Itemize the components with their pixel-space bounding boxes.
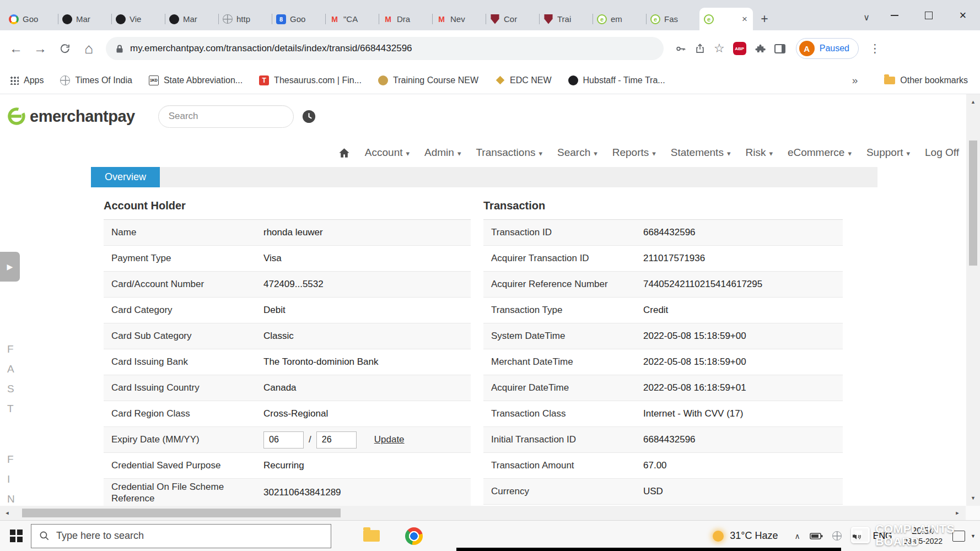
table-row: Initial Transaction ID6684432596 — [483, 427, 843, 453]
other-bookmarks[interactable]: Other bookmarks — [884, 75, 968, 85]
file-explorer-icon[interactable] — [363, 530, 380, 542]
browser-menu-icon[interactable] — [867, 42, 883, 55]
password-key-icon[interactable] — [675, 43, 686, 55]
profile-chip[interactable]: A Paused — [796, 38, 859, 59]
bookmark-label: Hubstaff - Time Tra... — [583, 75, 665, 85]
apps-shortcut[interactable]: Apps — [10, 75, 44, 85]
side-panel-icon[interactable] — [774, 44, 785, 53]
nav-home-icon[interactable] — [338, 148, 350, 158]
battery-icon[interactable] — [810, 532, 823, 540]
logo-text: emerchantpay — [30, 107, 135, 126]
nav-admin[interactable]: Admin — [424, 147, 461, 159]
browser-tab[interactable]: Trai — [539, 8, 593, 30]
browser-tab[interactable]: Mar — [58, 8, 111, 30]
bookmark-star-icon[interactable] — [714, 41, 725, 56]
adblock-extension-icon[interactable]: ABP — [733, 42, 746, 55]
horizontal-scrollbar-thumb[interactable] — [22, 509, 341, 517]
emerchantpay-logo[interactable]: emerchantpay — [7, 106, 135, 126]
address-bar[interactable] — [106, 37, 664, 60]
bookmark-item[interactable]: Times Of India — [60, 75, 132, 85]
bookmarks-overflow-chevron[interactable]: » — [852, 74, 858, 87]
scroll-up-icon[interactable] — [966, 95, 980, 109]
browser-tab[interactable]: Fas — [646, 8, 699, 30]
vertical-scrollbar[interactable] — [966, 94, 980, 506]
row-label: Card/Account Number — [104, 276, 263, 292]
back-button[interactable] — [6, 38, 26, 59]
weather-widget[interactable]: 31°C Haze — [713, 530, 778, 542]
app-search-box[interactable] — [158, 105, 294, 128]
browser-tab[interactable]: Nev — [432, 8, 486, 30]
row-value: 302110643841289 — [263, 487, 471, 498]
tab-close-icon[interactable]: × — [741, 14, 749, 24]
nav-search[interactable]: Search — [557, 147, 597, 159]
taskbar-search[interactable]: Type here to search — [31, 524, 331, 548]
watermark-line1: COMPLAINTS — [875, 522, 955, 535]
side-panel-toggle[interactable] — [0, 252, 20, 282]
bookmark-item[interactable]: Training Course NEW — [378, 75, 478, 85]
lock-icon[interactable] — [116, 44, 123, 53]
browser-tab[interactable]: Goo — [4, 8, 58, 30]
maximize-button[interactable] — [912, 3, 946, 28]
table-row: Acquirer Reference Number744052421102154… — [483, 272, 843, 298]
share-icon[interactable] — [694, 43, 706, 54]
tab-label: Goo — [290, 14, 321, 24]
app-search-input[interactable] — [169, 111, 283, 122]
search-history-icon[interactable] — [301, 109, 316, 124]
bookmark-item[interactable]: Hubstaff - Time Tra... — [568, 75, 665, 85]
browser-tab[interactable]: Cor — [486, 8, 539, 30]
new-tab-button[interactable] — [756, 10, 773, 27]
scroll-right-icon[interactable] — [950, 506, 965, 520]
taskbar-scroll-down-icon[interactable] — [971, 533, 976, 539]
nav-support[interactable]: Support — [866, 147, 910, 159]
bookmark-list: Times Of IndiaState Abbreviation...Thesa… — [60, 75, 665, 85]
browser-tab[interactable]: Goo — [272, 8, 325, 30]
browser-tab[interactable]: "CA — [325, 8, 379, 30]
home-button[interactable] — [78, 38, 99, 59]
close-window-button[interactable] — [946, 3, 980, 28]
tab-bar-strip: Overview — [91, 167, 877, 187]
chrome-icon[interactable] — [405, 527, 423, 545]
minimize-button[interactable] — [877, 3, 912, 28]
browser-tab[interactable]: http — [218, 8, 272, 30]
browser-tab[interactable]: × — [699, 8, 753, 30]
nav-risk[interactable]: Risk — [745, 147, 772, 159]
expiry-month-input[interactable] — [263, 431, 304, 449]
update-expiry-link[interactable]: Update — [374, 434, 405, 445]
browser-tab[interactable]: em — [593, 8, 646, 30]
network-icon[interactable] — [832, 531, 842, 541]
scroll-down-icon[interactable] — [966, 491, 980, 505]
globe-favicon — [223, 14, 233, 24]
tab-search-chevron-icon[interactable] — [855, 6, 877, 28]
reload-button[interactable] — [54, 38, 75, 59]
row-value: 2022-05-08 16:18:59+01 — [643, 382, 843, 393]
bookmark-item[interactable]: State Abbreviation... — [149, 75, 243, 85]
windows-taskbar: Type here to search 31°C Haze ENG 20:54 … — [0, 520, 980, 551]
horizontal-scrollbar[interactable] — [0, 506, 980, 520]
scroll-left-icon[interactable] — [0, 506, 14, 520]
row-value: Internet - With CVV (17) — [643, 408, 843, 419]
screen: GooMarVieMarhttpGoo"CADraNevCorTraiemFas… — [0, 0, 980, 551]
tab-overview[interactable]: Overview — [91, 167, 160, 187]
browser-tab[interactable]: Mar — [165, 8, 218, 30]
expiry-year-input[interactable] — [316, 431, 357, 449]
extensions-puzzle-icon[interactable] — [755, 43, 766, 55]
nav-reports[interactable]: Reports — [612, 147, 656, 159]
bookmark-item[interactable]: Thesaurus.com | Fin... — [259, 75, 362, 85]
vertical-scrollbar-thumb[interactable] — [969, 141, 977, 266]
chevron-down-icon — [766, 147, 773, 159]
hidden-icons-chevron[interactable] — [795, 532, 800, 541]
url-input[interactable] — [130, 43, 654, 54]
row-label: Acquirer Reference Number — [483, 276, 643, 292]
nav-log-off[interactable]: Log Off — [925, 147, 959, 159]
nav-statements[interactable]: Statements — [671, 147, 731, 159]
bookmark-item[interactable]: EDC NEW — [495, 75, 552, 85]
nav-ecommerce[interactable]: eCommerce — [788, 147, 852, 159]
browser-tab[interactable]: Vie — [111, 8, 165, 30]
watermark-line2: BOARD — [875, 535, 955, 548]
browser-tab[interactable]: Dra — [379, 8, 432, 30]
start-button[interactable] — [10, 530, 23, 543]
nav-transactions[interactable]: Transactions — [476, 147, 542, 159]
forward-button[interactable] — [30, 38, 51, 59]
nav-account[interactable]: Account — [365, 147, 410, 159]
fastfin-letter: N — [7, 493, 15, 505]
